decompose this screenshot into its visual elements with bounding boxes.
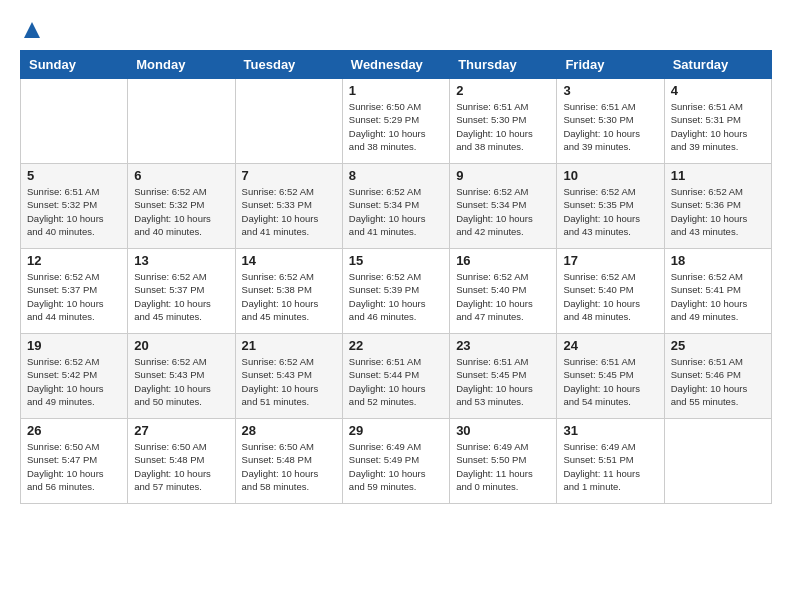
calendar-cell: 17Sunrise: 6:52 AM Sunset: 5:40 PM Dayli… [557,249,664,334]
day-number: 29 [349,423,443,438]
day-number: 24 [563,338,657,353]
day-number: 4 [671,83,765,98]
calendar-cell: 6Sunrise: 6:52 AM Sunset: 5:32 PM Daylig… [128,164,235,249]
day-info: Sunrise: 6:49 AM Sunset: 5:51 PM Dayligh… [563,440,657,493]
calendar-cell: 24Sunrise: 6:51 AM Sunset: 5:45 PM Dayli… [557,334,664,419]
calendar-cell: 2Sunrise: 6:51 AM Sunset: 5:30 PM Daylig… [450,79,557,164]
calendar-cell [235,79,342,164]
day-number: 16 [456,253,550,268]
calendar-cell: 11Sunrise: 6:52 AM Sunset: 5:36 PM Dayli… [664,164,771,249]
calendar-cell: 28Sunrise: 6:50 AM Sunset: 5:48 PM Dayli… [235,419,342,504]
svg-marker-0 [24,22,40,38]
day-number: 1 [349,83,443,98]
calendar-cell: 16Sunrise: 6:52 AM Sunset: 5:40 PM Dayli… [450,249,557,334]
page-header [20,20,772,40]
day-info: Sunrise: 6:52 AM Sunset: 5:37 PM Dayligh… [134,270,228,323]
calendar-cell: 12Sunrise: 6:52 AM Sunset: 5:37 PM Dayli… [21,249,128,334]
weekday-header-thursday: Thursday [450,51,557,79]
calendar-cell: 5Sunrise: 6:51 AM Sunset: 5:32 PM Daylig… [21,164,128,249]
day-number: 19 [27,338,121,353]
day-info: Sunrise: 6:52 AM Sunset: 5:34 PM Dayligh… [456,185,550,238]
calendar-cell: 21Sunrise: 6:52 AM Sunset: 5:43 PM Dayli… [235,334,342,419]
calendar-week-2: 5Sunrise: 6:51 AM Sunset: 5:32 PM Daylig… [21,164,772,249]
day-info: Sunrise: 6:49 AM Sunset: 5:50 PM Dayligh… [456,440,550,493]
day-number: 30 [456,423,550,438]
weekday-header-wednesday: Wednesday [342,51,449,79]
day-info: Sunrise: 6:51 AM Sunset: 5:30 PM Dayligh… [563,100,657,153]
day-number: 15 [349,253,443,268]
day-info: Sunrise: 6:50 AM Sunset: 5:47 PM Dayligh… [27,440,121,493]
calendar-cell: 19Sunrise: 6:52 AM Sunset: 5:42 PM Dayli… [21,334,128,419]
calendar-cell: 20Sunrise: 6:52 AM Sunset: 5:43 PM Dayli… [128,334,235,419]
day-info: Sunrise: 6:51 AM Sunset: 5:46 PM Dayligh… [671,355,765,408]
day-info: Sunrise: 6:52 AM Sunset: 5:33 PM Dayligh… [242,185,336,238]
calendar-cell: 22Sunrise: 6:51 AM Sunset: 5:44 PM Dayli… [342,334,449,419]
day-number: 28 [242,423,336,438]
day-info: Sunrise: 6:50 AM Sunset: 5:48 PM Dayligh… [134,440,228,493]
day-info: Sunrise: 6:52 AM Sunset: 5:37 PM Dayligh… [27,270,121,323]
day-number: 20 [134,338,228,353]
calendar-table: SundayMondayTuesdayWednesdayThursdayFrid… [20,50,772,504]
calendar-cell: 23Sunrise: 6:51 AM Sunset: 5:45 PM Dayli… [450,334,557,419]
day-info: Sunrise: 6:51 AM Sunset: 5:45 PM Dayligh… [456,355,550,408]
day-number: 18 [671,253,765,268]
day-info: Sunrise: 6:52 AM Sunset: 5:43 PM Dayligh… [134,355,228,408]
day-number: 12 [27,253,121,268]
calendar-cell: 13Sunrise: 6:52 AM Sunset: 5:37 PM Dayli… [128,249,235,334]
day-info: Sunrise: 6:51 AM Sunset: 5:32 PM Dayligh… [27,185,121,238]
calendar-cell: 27Sunrise: 6:50 AM Sunset: 5:48 PM Dayli… [128,419,235,504]
calendar-cell [128,79,235,164]
day-info: Sunrise: 6:52 AM Sunset: 5:40 PM Dayligh… [456,270,550,323]
day-info: Sunrise: 6:52 AM Sunset: 5:36 PM Dayligh… [671,185,765,238]
day-number: 17 [563,253,657,268]
calendar-cell: 1Sunrise: 6:50 AM Sunset: 5:29 PM Daylig… [342,79,449,164]
weekday-header-friday: Friday [557,51,664,79]
day-info: Sunrise: 6:51 AM Sunset: 5:44 PM Dayligh… [349,355,443,408]
weekday-header-sunday: Sunday [21,51,128,79]
day-info: Sunrise: 6:51 AM Sunset: 5:30 PM Dayligh… [456,100,550,153]
calendar-week-4: 19Sunrise: 6:52 AM Sunset: 5:42 PM Dayli… [21,334,772,419]
day-info: Sunrise: 6:52 AM Sunset: 5:38 PM Dayligh… [242,270,336,323]
calendar-week-1: 1Sunrise: 6:50 AM Sunset: 5:29 PM Daylig… [21,79,772,164]
day-number: 13 [134,253,228,268]
calendar-week-5: 26Sunrise: 6:50 AM Sunset: 5:47 PM Dayli… [21,419,772,504]
calendar-cell: 3Sunrise: 6:51 AM Sunset: 5:30 PM Daylig… [557,79,664,164]
day-number: 7 [242,168,336,183]
day-info: Sunrise: 6:52 AM Sunset: 5:32 PM Dayligh… [134,185,228,238]
day-number: 26 [27,423,121,438]
calendar-cell: 8Sunrise: 6:52 AM Sunset: 5:34 PM Daylig… [342,164,449,249]
day-number: 23 [456,338,550,353]
calendar-cell: 30Sunrise: 6:49 AM Sunset: 5:50 PM Dayli… [450,419,557,504]
day-info: Sunrise: 6:52 AM Sunset: 5:35 PM Dayligh… [563,185,657,238]
day-info: Sunrise: 6:51 AM Sunset: 5:45 PM Dayligh… [563,355,657,408]
weekday-header-saturday: Saturday [664,51,771,79]
calendar-cell: 10Sunrise: 6:52 AM Sunset: 5:35 PM Dayli… [557,164,664,249]
logo [20,20,42,40]
calendar-cell: 18Sunrise: 6:52 AM Sunset: 5:41 PM Dayli… [664,249,771,334]
calendar-cell [664,419,771,504]
day-number: 6 [134,168,228,183]
calendar-cell: 26Sunrise: 6:50 AM Sunset: 5:47 PM Dayli… [21,419,128,504]
weekday-header-tuesday: Tuesday [235,51,342,79]
calendar-week-3: 12Sunrise: 6:52 AM Sunset: 5:37 PM Dayli… [21,249,772,334]
day-number: 14 [242,253,336,268]
calendar-cell: 29Sunrise: 6:49 AM Sunset: 5:49 PM Dayli… [342,419,449,504]
day-number: 10 [563,168,657,183]
day-info: Sunrise: 6:52 AM Sunset: 5:39 PM Dayligh… [349,270,443,323]
day-number: 25 [671,338,765,353]
day-info: Sunrise: 6:52 AM Sunset: 5:41 PM Dayligh… [671,270,765,323]
calendar-cell: 4Sunrise: 6:51 AM Sunset: 5:31 PM Daylig… [664,79,771,164]
calendar-cell: 15Sunrise: 6:52 AM Sunset: 5:39 PM Dayli… [342,249,449,334]
day-number: 27 [134,423,228,438]
day-info: Sunrise: 6:52 AM Sunset: 5:40 PM Dayligh… [563,270,657,323]
day-number: 2 [456,83,550,98]
calendar-cell [21,79,128,164]
day-info: Sunrise: 6:50 AM Sunset: 5:48 PM Dayligh… [242,440,336,493]
day-number: 5 [27,168,121,183]
weekday-header-monday: Monday [128,51,235,79]
day-number: 31 [563,423,657,438]
logo-icon [22,20,42,40]
day-number: 8 [349,168,443,183]
day-info: Sunrise: 6:52 AM Sunset: 5:42 PM Dayligh… [27,355,121,408]
day-number: 9 [456,168,550,183]
